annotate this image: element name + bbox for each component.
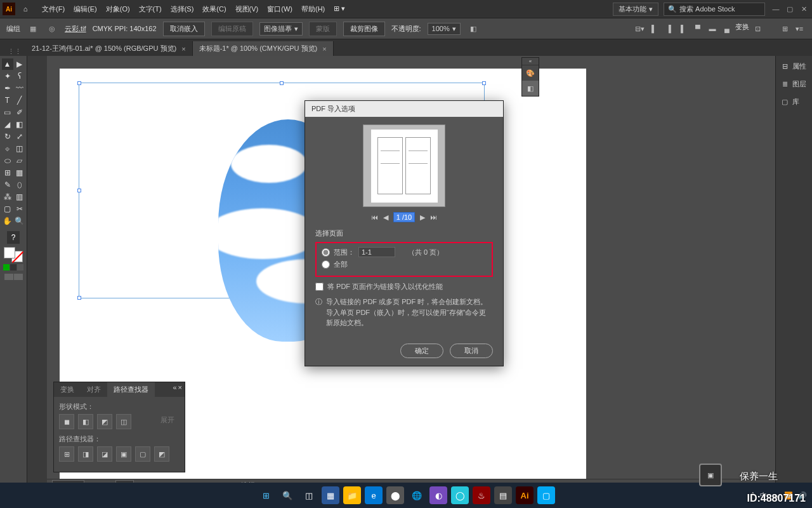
app-icon-2[interactable]: ◐: [429, 486, 447, 504]
maximize-icon[interactable]: ▢: [784, 3, 796, 15]
lasso-tool[interactable]: ʕ: [14, 70, 25, 82]
explorer-icon[interactable]: 📁: [343, 486, 361, 504]
menu-file[interactable]: 文件(F): [39, 3, 67, 15]
next-page-icon[interactable]: ▶: [420, 213, 425, 222]
link-pages-checkbox[interactable]: [315, 283, 324, 291]
minus-front-icon[interactable]: ◧: [78, 414, 93, 429]
rectangle-tool[interactable]: ▭: [2, 107, 13, 118]
floating-panel[interactable]: « 🎨 ◧: [521, 57, 539, 97]
close-icon[interactable]: ✕: [798, 3, 809, 15]
align-right-icon[interactable]: ▌: [677, 22, 690, 35]
pathfinder-tab[interactable]: 路径查找器: [107, 382, 155, 397]
pen-tool[interactable]: ✒: [2, 83, 13, 94]
menu-help[interactable]: 帮助(H): [299, 3, 327, 15]
transform-tab[interactable]: 变换: [54, 382, 81, 397]
mesh-tool[interactable]: ⊞: [2, 167, 13, 178]
blend-tool[interactable]: ⬯: [14, 179, 25, 190]
slice-tool[interactable]: ✂: [14, 203, 25, 215]
menu-edit[interactable]: 编辑(E): [71, 3, 100, 15]
embed-icon[interactable]: ◎: [46, 22, 58, 35]
swatch-panel-icon[interactable]: ◧: [522, 81, 539, 96]
scale-tool[interactable]: ⤢: [14, 131, 25, 142]
page-indicator[interactable]: 1 /10: [393, 212, 415, 222]
link-icon[interactable]: ▦: [27, 22, 39, 35]
edge-icon[interactable]: e: [365, 486, 383, 504]
shaper-tool[interactable]: ◢: [2, 119, 13, 130]
home-icon[interactable]: ⌂: [19, 3, 32, 15]
menu-effect[interactable]: 效果(C): [200, 3, 228, 15]
paintbrush-tool[interactable]: ✐: [14, 107, 25, 118]
arrange-docs-icon[interactable]: ⊞ ▾: [331, 3, 348, 15]
eraser-tool[interactable]: ◧: [14, 119, 25, 130]
crop-button[interactable]: 裁剪图像: [343, 22, 385, 36]
layers-panel-tab[interactable]: ≣图层: [778, 77, 809, 90]
first-page-icon[interactable]: ⏮: [371, 213, 378, 221]
tab-close-icon[interactable]: ×: [322, 45, 326, 53]
collapsed-left-panel[interactable]: [27, 56, 47, 488]
menu-type[interactable]: 文字(T): [136, 3, 164, 15]
widgets-icon[interactable]: ▦: [322, 486, 339, 504]
align-top-icon[interactable]: ▀: [691, 22, 704, 35]
floating-panel-handle[interactable]: «: [522, 58, 539, 65]
document-tab-1[interactable]: 21-12-王鸿伟-01.ai* @ 150% (RGB/GPU 预览)×: [25, 41, 193, 56]
properties-panel-tab[interactable]: ⊟属性: [778, 60, 809, 72]
minus-back-icon[interactable]: ◩: [154, 446, 169, 462]
isolate-icon[interactable]: ⊞: [778, 22, 791, 35]
start-icon[interactable]: ⊞: [257, 486, 275, 504]
trim-icon[interactable]: ◨: [78, 446, 93, 462]
prev-page-icon[interactable]: ◀: [383, 213, 388, 222]
app-icon-6[interactable]: ▢: [537, 486, 555, 504]
align-tab[interactable]: 对齐: [81, 382, 107, 397]
opacity-input[interactable]: 100%▾: [428, 23, 461, 35]
perspective-tool[interactable]: ▱: [14, 155, 25, 166]
align-center-icon[interactable]: ▐: [662, 22, 675, 35]
transform-panel-icon[interactable]: ⊡: [751, 22, 764, 35]
fill-stroke-swatch[interactable]: [4, 247, 23, 262]
direct-selection-tool[interactable]: ▶: [14, 58, 25, 70]
magic-wand-tool[interactable]: ✦: [2, 70, 13, 82]
libraries-panel-tab[interactable]: ▢库: [778, 95, 809, 108]
chrome-icon[interactable]: 🌐: [408, 486, 426, 504]
color-mode-row[interactable]: [3, 264, 23, 271]
zoom-tool[interactable]: 🔍: [14, 215, 25, 227]
edit-toolbar[interactable]: ?: [7, 231, 20, 244]
align-middle-icon[interactable]: ▬: [706, 22, 719, 35]
width-tool[interactable]: ⟐: [2, 143, 13, 154]
menu-window[interactable]: 窗口(W): [265, 3, 295, 15]
cancel-embed-button[interactable]: 取消嵌入: [163, 22, 205, 36]
crop-pf-icon[interactable]: ▣: [116, 446, 131, 462]
symbol-sprayer-tool[interactable]: ⁂: [2, 191, 13, 203]
ok-button[interactable]: 确定: [400, 344, 443, 358]
range-radio[interactable]: [322, 248, 330, 257]
graph-tool[interactable]: ▥: [14, 191, 25, 203]
cancel-button[interactable]: 取消: [450, 344, 493, 358]
curvature-tool[interactable]: 〰: [14, 83, 25, 94]
gradient-tool[interactable]: ▦: [14, 167, 25, 178]
stock-search[interactable]: 🔍搜索 Adobe Stock: [664, 3, 765, 16]
last-page-icon[interactable]: ⏭: [430, 213, 437, 221]
free-transform-tool[interactable]: ◫: [14, 143, 25, 154]
app-icon-5[interactable]: ▤: [494, 486, 512, 504]
panel-menu-icon[interactable]: ▾≡: [793, 22, 806, 35]
app-icon-4[interactable]: ♨: [473, 486, 490, 504]
align-icon[interactable]: ⊟▾: [633, 22, 646, 35]
menu-object[interactable]: 对象(O): [103, 3, 133, 15]
unite-icon[interactable]: ◼: [59, 414, 74, 429]
app-icon-3[interactable]: ◯: [451, 486, 469, 504]
tabs-handle-icon[interactable]: ⋮⋮: [8, 48, 20, 56]
outline-icon[interactable]: ▢: [135, 446, 150, 462]
image-trace-dropdown[interactable]: 图像描摹▾: [259, 22, 303, 36]
merge-icon[interactable]: ◪: [97, 446, 112, 462]
rotate-tool[interactable]: ↻: [2, 131, 13, 142]
app-icon-1[interactable]: ⬤: [386, 486, 404, 504]
exclude-icon[interactable]: ◫: [116, 414, 131, 429]
intersect-icon[interactable]: ◩: [97, 414, 112, 429]
tab-close-icon[interactable]: ×: [181, 45, 185, 53]
illustrator-taskbar-icon[interactable]: Ai: [516, 486, 534, 504]
menu-select[interactable]: 选择(S): [168, 3, 197, 15]
divide-icon[interactable]: ⊞: [59, 446, 74, 462]
selection-tool[interactable]: ▲: [2, 58, 13, 70]
document-tab-2[interactable]: 未标题-1* @ 100% (CMYK/GPU 预览)×: [193, 41, 334, 56]
transform-label[interactable]: 变换: [735, 22, 749, 35]
line-tool[interactable]: ╱: [14, 95, 25, 106]
